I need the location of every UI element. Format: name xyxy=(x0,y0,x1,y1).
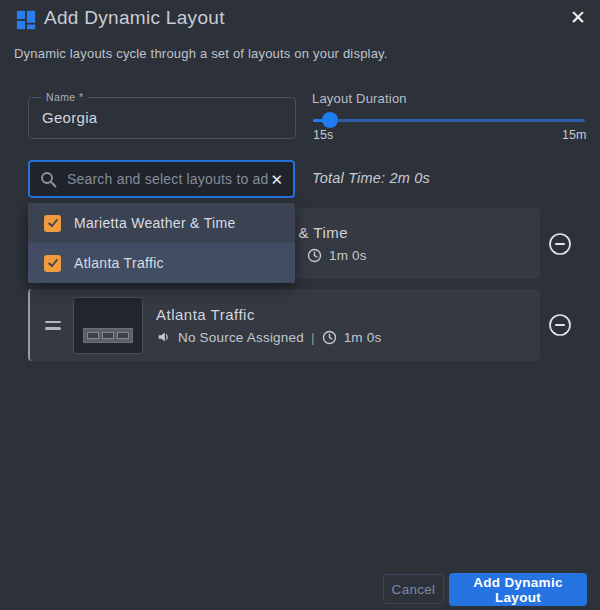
layout-meta: No Source Assigned | 1m 0s xyxy=(156,330,381,345)
layout-search-box[interactable]: ✕ xyxy=(28,160,295,198)
dropdown-option-label: Marietta Weather & Time xyxy=(74,215,235,231)
search-input[interactable] xyxy=(65,170,270,188)
name-field-value: Georgia xyxy=(42,109,97,126)
checkbox-checked-icon[interactable] xyxy=(44,255,61,272)
name-field[interactable]: Name * Georgia xyxy=(28,97,296,139)
clock-icon xyxy=(322,330,337,345)
dropdown-option-atlanta[interactable]: Atlanta Traffic xyxy=(28,243,295,283)
clock-icon xyxy=(307,248,322,263)
remove-layout-button[interactable] xyxy=(548,232,572,256)
layout-search-dropdown: Marietta Weather & Time Atlanta Traffic xyxy=(28,203,295,283)
clear-search-icon[interactable]: ✕ xyxy=(270,172,283,187)
layout-duration-slider[interactable] xyxy=(313,112,585,128)
dialog-subtitle: Dynamic layouts cycle through a set of l… xyxy=(14,46,388,61)
add-dynamic-layout-button[interactable]: Add Dynamic Layout xyxy=(449,573,587,606)
dropdown-option-label: Atlanta Traffic xyxy=(74,255,164,271)
drag-handle-icon[interactable] xyxy=(45,321,61,330)
layout-duration-value: 1m 0s xyxy=(344,330,382,345)
dynamic-layout-icon xyxy=(15,9,37,31)
meta-separator: | xyxy=(311,330,315,345)
add-dynamic-layout-dialog: Add Dynamic Layout ✕ Dynamic layouts cyc… xyxy=(0,0,600,610)
slider-track[interactable] xyxy=(313,119,585,122)
layout-row-atlanta[interactable]: Atlanta Traffic No Source Assigned | 1m … xyxy=(28,289,540,361)
total-time-text: Total Time: 2m 0s xyxy=(312,170,430,186)
slider-handle[interactable] xyxy=(322,112,338,128)
close-icon[interactable]: ✕ xyxy=(570,6,586,30)
slider-min-label: 15s xyxy=(313,128,333,142)
layout-duration-value: 1m 0s xyxy=(329,248,367,263)
checkbox-checked-icon[interactable] xyxy=(44,215,61,232)
dropdown-option-marietta[interactable]: Marietta Weather & Time xyxy=(28,203,295,243)
layout-duration-label: Layout Duration xyxy=(312,91,407,106)
speaker-icon xyxy=(156,330,171,344)
slider-max-label: 15m xyxy=(562,128,586,142)
name-field-label: Name * xyxy=(41,91,88,103)
layout-thumbnail xyxy=(73,297,143,354)
layout-title: Atlanta Traffic xyxy=(156,306,381,323)
remove-layout-button[interactable] xyxy=(548,313,572,337)
cancel-button[interactable]: Cancel xyxy=(383,574,444,604)
search-icon xyxy=(40,171,57,188)
layout-source-value: No Source Assigned xyxy=(178,330,304,345)
dialog-title: Add Dynamic Layout xyxy=(44,7,225,29)
